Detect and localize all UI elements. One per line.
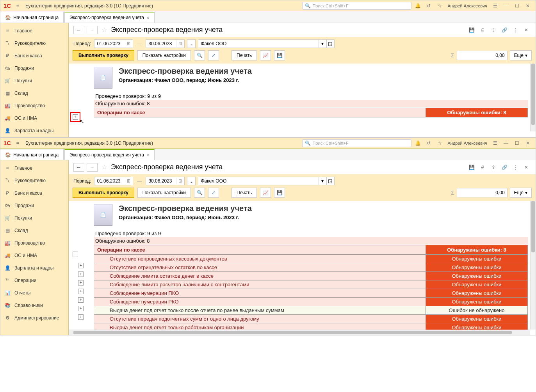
- dropdown-icon[interactable]: ▾: [319, 177, 326, 185]
- scrollbar-vertical[interactable]: [530, 64, 536, 131]
- sidebar-item[interactable]: 🚚ОС и НМА: [0, 112, 68, 124]
- close-window-icon[interactable]: ✕: [523, 139, 532, 147]
- calendar-icon[interactable]: 🗓: [176, 40, 183, 47]
- period-picker-button[interactable]: …: [187, 177, 196, 185]
- favorite-star-icon[interactable]: ☆: [100, 163, 109, 172]
- bell-icon[interactable]: 🔔: [413, 2, 422, 10]
- sidebar-item[interactable]: ▦Склад: [0, 224, 68, 237]
- collapse-button[interactable]: ⤢: [208, 188, 219, 198]
- run-check-button[interactable]: Выполнить проверку: [73, 50, 134, 60]
- tab-close-icon[interactable]: ×: [146, 152, 150, 158]
- star-icon[interactable]: ☆: [435, 2, 444, 10]
- minimize-icon[interactable]: —: [501, 139, 511, 147]
- nav-forward-button[interactable]: →: [87, 26, 98, 34]
- sidebar-item[interactable]: 〽Руководителю: [0, 37, 68, 50]
- close-page-icon[interactable]: ✕: [522, 163, 531, 172]
- section-row-kassa[interactable]: Операции по кассе Обнаружены ошибки: 8: [94, 245, 528, 255]
- tab-home[interactable]: 🏠 Начальная страница: [0, 149, 64, 160]
- tab-express-check[interactable]: Экспресс-проверка ведения учета ×: [64, 12, 154, 23]
- link-icon[interactable]: 🔗: [500, 26, 509, 34]
- star-icon[interactable]: ☆: [435, 139, 444, 147]
- hamburger-icon[interactable]: ≡: [13, 3, 22, 9]
- close-page-icon[interactable]: ✕: [522, 26, 531, 34]
- calendar-icon[interactable]: 🗓: [125, 177, 132, 184]
- period-picker-button[interactable]: …: [187, 39, 196, 48]
- calendar-icon[interactable]: 🗓: [176, 177, 183, 184]
- sidebar-item[interactable]: ᵀᴷОперации: [0, 274, 68, 287]
- tab-home[interactable]: 🏠 Начальная страница: [0, 12, 64, 23]
- nav-back-button[interactable]: ←: [73, 26, 84, 34]
- sidebar-item[interactable]: 🛍Продажи: [0, 62, 68, 74]
- expand-button[interactable]: +: [78, 280, 84, 286]
- hamburger-icon[interactable]: ≡: [13, 140, 22, 146]
- chart-button[interactable]: 📈: [260, 50, 271, 60]
- check-row[interactable]: Соблюдение лимита остатков денег в кассе…: [94, 272, 528, 280]
- dropdown-icon[interactable]: ▾: [319, 40, 326, 48]
- run-check-button[interactable]: Выполнить проверку: [73, 188, 134, 198]
- sidebar-item[interactable]: ≡Главное: [0, 162, 68, 174]
- sidebar-item[interactable]: 📊Отчеты: [0, 287, 68, 299]
- date-to-input[interactable]: 30.06.2023 🗓: [146, 39, 185, 48]
- scrollbar-vertical[interactable]: [530, 201, 536, 330]
- calendar-icon[interactable]: 🗓: [125, 40, 132, 47]
- bell-icon[interactable]: 🔔: [413, 139, 422, 147]
- expand-button[interactable]: +: [78, 297, 84, 303]
- tab-express-check[interactable]: Экспресс-проверка ведения учета ×: [64, 149, 154, 160]
- kebab-icon[interactable]: ⋮: [511, 163, 520, 172]
- more-button[interactable]: Еще▾: [510, 188, 532, 198]
- maximize-icon[interactable]: ☐: [512, 139, 522, 147]
- nav-back-button[interactable]: ←: [73, 163, 84, 172]
- sidebar-item[interactable]: ₽Банк и касса: [0, 50, 68, 62]
- expand-button[interactable]: +: [78, 306, 84, 311]
- search-report-button[interactable]: 🔍: [194, 50, 205, 60]
- date-to-input[interactable]: 30.06.2023 🗓: [146, 177, 185, 185]
- sidebar-item[interactable]: 📚Справочники: [0, 299, 68, 312]
- expand-button[interactable]: +: [78, 271, 84, 277]
- close-window-icon[interactable]: ✕: [523, 2, 532, 10]
- export-icon[interactable]: ⇪: [489, 163, 498, 172]
- save-report-icon[interactable]: 💾: [467, 163, 476, 172]
- kebab-icon[interactable]: ⋮: [511, 26, 520, 34]
- search-report-button[interactable]: 🔍: [194, 188, 205, 198]
- check-row[interactable]: Отсутствие отрицательных остатков по кас…: [94, 263, 528, 272]
- tab-close-icon[interactable]: ×: [146, 15, 150, 21]
- user-menu-icon[interactable]: ☰: [490, 139, 500, 147]
- date-from-input[interactable]: 01.06.2023 🗓: [94, 177, 133, 185]
- collapse-button[interactable]: −: [73, 252, 78, 257]
- user-menu-icon[interactable]: ☰: [490, 2, 500, 10]
- sidebar-item[interactable]: 🏭Производство: [0, 237, 68, 249]
- print-button[interactable]: Печать: [231, 188, 257, 198]
- sidebar-item[interactable]: ▦Склад: [0, 87, 68, 99]
- global-search[interactable]: 🔍 Поиск Ctrl+Shift+F: [302, 2, 411, 10]
- sidebar-item[interactable]: 👤Зарплата и кадры: [0, 262, 68, 274]
- sidebar-item[interactable]: 〽Руководителю: [0, 174, 68, 187]
- expand-button[interactable]: +: [78, 289, 84, 294]
- history-icon[interactable]: ↺: [424, 139, 433, 147]
- org-select[interactable]: Факел ООО ▾ ◳: [198, 39, 335, 48]
- check-row[interactable]: Отсутствие непроведенных кассовых докуме…: [94, 255, 528, 263]
- check-row[interactable]: Отсутствие передач подотчетных сумм от о…: [94, 315, 528, 323]
- sidebar-item[interactable]: 🛒Покупки: [0, 212, 68, 224]
- more-button[interactable]: Еще▾: [510, 50, 532, 60]
- expand-button[interactable]: +: [78, 263, 84, 268]
- nav-forward-button[interactable]: →: [87, 163, 98, 172]
- sidebar-item[interactable]: ⚙Администрирование: [0, 312, 68, 324]
- date-from-input[interactable]: 01.06.2023 🗓: [94, 39, 133, 48]
- save-disk-button[interactable]: 💾: [274, 50, 285, 60]
- check-row[interactable]: Выдача денег под отчет только после отче…: [94, 306, 528, 315]
- sidebar-item[interactable]: 🏭Производство: [0, 99, 68, 112]
- save-report-icon[interactable]: 💾: [467, 26, 476, 34]
- minimize-icon[interactable]: —: [501, 2, 511, 10]
- org-select[interactable]: Факел ООО ▾ ◳: [198, 177, 335, 185]
- chart-button[interactable]: 📈: [260, 188, 271, 198]
- print-icon[interactable]: 🖨: [478, 26, 487, 34]
- sidebar-item[interactable]: 🚚ОС и НМА: [0, 249, 68, 262]
- print-button[interactable]: Печать: [231, 50, 257, 60]
- sidebar-item[interactable]: 🛍Продажи: [0, 199, 68, 212]
- show-settings-button[interactable]: Показать настройки: [137, 50, 191, 60]
- check-row[interactable]: Соблюдение нумерации ПКООбнаружены ошибк…: [94, 289, 528, 298]
- open-dialog-icon[interactable]: ◳: [326, 40, 333, 48]
- expand-button[interactable]: +: [73, 114, 78, 120]
- sidebar-item[interactable]: ≡Главное: [0, 25, 68, 37]
- sidebar-item[interactable]: 👤Зарплата и кадры: [0, 124, 68, 137]
